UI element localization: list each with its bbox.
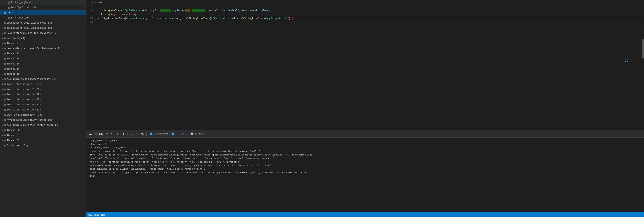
toolbar-down-btn[interactable]: ⬇ (116, 132, 120, 136)
expand-arrow-tcom[interactable]: ▶ (1, 47, 4, 50)
thread-item-tdw[interactable]: ▶DartWorker (53) (0, 143, 86, 148)
thread-icon-t0 (8, 2, 10, 4)
expand-arrow-t52[interactable]: ▶ (1, 139, 4, 142)
expand-arrow-tjs[interactable]: ▶ (1, 32, 4, 35)
thread-label-tflutter3: io.flutter.worker.3 (29) (7, 93, 85, 96)
thread-item-t38[interactable]: ▶38 <redacted> (0, 15, 86, 20)
thread-label-t16: Thread 16 (7, 68, 85, 70)
thread-item-tcom[interactable]: ▶com.apple.uikit.eventfetch-thread (12) (0, 46, 86, 51)
thread-item-t0[interactable]: ▶0 objc_msgSend (0, 0, 86, 5)
console-line-2: -show_type: 0 (88, 142, 642, 146)
line-content-19: _ = UIApplicationMain(CommandLine.argc, … (95, 17, 642, 20)
status-bar-text: 碎土豆金技术社区 (88, 213, 105, 216)
console-prompt[interactable]: (11db) (88, 174, 642, 178)
thread-item-tgpu1[interactable]: ▶gpuools.smt_poll.0x280f340e0 (4) (0, 20, 86, 26)
thread-icon-tflutter4 (4, 99, 6, 101)
thread-item-tflutter2[interactable]: ▶io.flutter.worker.2 (28) (0, 87, 86, 92)
thread-item-tgpu2[interactable]: ▶gpuools.smt_poll.0x280f34260 (5) (0, 26, 86, 31)
line-content-18b: ? .staging : .production) (95, 13, 642, 16)
toolbar-continue-btn[interactable]: ▶▶ (99, 132, 104, 136)
expand-arrow-t50[interactable]: ▶ (1, 129, 4, 132)
expand-arrow-t13[interactable]: ▶ (1, 52, 4, 55)
expand-arrow-tcm[interactable]: ▶ (1, 124, 4, 127)
thread-label-t37: 37 main (7, 12, 85, 14)
thread-item-tflutter6[interactable]: ▶io.flutter.worker.6 (32) (0, 107, 86, 112)
thread-label-tdart: dart:io EventHandler (33) (7, 114, 85, 116)
expand-arrow-tav[interactable]: ▶ (1, 118, 4, 122)
thread-item-tflutter4[interactable]: ▶io.flutter.worker.4 (30) (0, 97, 86, 102)
thread-item-tcm[interactable]: ▶com.apple.CoreMotion.MotionThread (43) (0, 123, 86, 128)
thread-list[interactable]: ▶0 objc_msgSend▶36 UIApplicationMain▶37 … (0, 0, 86, 217)
thread-item-tjs[interactable]: ▶JavaScriptCore bmalloc scavenger (7) (0, 31, 86, 36)
breadcrumb-app-label[interactable]: LingoChamp (154, 132, 168, 135)
thread-label-tns: com.apple.NSURLConnectionLoader (19) (7, 78, 85, 80)
expand-arrow-tns[interactable]: ▶ (1, 78, 4, 81)
toolbar-camera-btn[interactable]: 📷 (140, 132, 145, 136)
editor-scrollbar[interactable] (642, 0, 644, 130)
toolbar-up-btn[interactable]: ⬆ (121, 132, 126, 136)
expand-arrow-tdw[interactable]: ▶ (1, 144, 4, 147)
thread-item-tns[interactable]: ▶com.apple.NSURLConnectionLoader (19) (0, 77, 86, 82)
toolbar-step-forward-btn[interactable]: ↪ (110, 132, 115, 136)
code-line-19: 19 _ = UIApplicationMain(CommandLine.arg… (86, 16, 644, 20)
thread-item-t50[interactable]: ▶Thread 50 (0, 128, 86, 133)
thread-label-tdw: DartWorker (53) (7, 144, 85, 147)
expand-arrow-tgpu2[interactable]: ▶ (1, 26, 4, 30)
thread-item-t52[interactable]: ▶Thread 52 (0, 138, 86, 143)
thread-item-tav[interactable]: ▶AVAudioSession Notify Thread (35) (0, 118, 86, 123)
thread-item-tdart[interactable]: ▶dart:io EventHandler (33) (0, 112, 86, 118)
debug-toolbar: ▬ ⬛ ▶▶ ↩ ↪ ⬇ ⬆ ☰ ◎ 📷 L LingoChamp › ◉ Th… (86, 130, 644, 138)
expand-arrow-tflutter1[interactable]: ▶ (1, 83, 4, 86)
thread-item-t36[interactable]: ▶36 UIApplicationMain (0, 5, 86, 10)
thread-item-tweb[interactable]: ▶WebThread (8) (0, 36, 86, 41)
thread-item-t14[interactable]: ▶Thread 14 (0, 56, 86, 61)
toolbar-step-in-btn[interactable]: ⬛ (94, 132, 98, 136)
thread-icon-tcm (4, 124, 6, 126)
expand-arrow-tflutter4[interactable]: ▶ (1, 98, 4, 101)
thread-icon-tdart (4, 114, 6, 116)
console-line-5: [Info][2020-12-12 18:43:21.063][10759990… (88, 153, 642, 157)
expand-arrow-tflutter2[interactable]: ▶ (1, 88, 4, 91)
toolbar-list-btn[interactable]: ☰ (129, 132, 134, 136)
thread-item-t16[interactable]: ▶Thread 16 (0, 66, 86, 72)
thread-icon-t38 (8, 17, 10, 19)
thread-icon-tflutter6 (4, 109, 6, 111)
thread-item-t9[interactable]: ▶Thread 9 (0, 41, 86, 46)
breadcrumb-frame-label[interactable]: 37 main (194, 132, 204, 135)
breadcrumb-thread-label[interactable]: Thread 1 (176, 132, 187, 135)
expand-arrow-tgpu1[interactable]: ▶ (1, 22, 4, 24)
thread-item-tflutter3[interactable]: ▶io.flutter.worker.3 (29) (0, 92, 86, 97)
thread-item-t13[interactable]: ▶Thread 13 (0, 51, 86, 56)
expand-arrow-t9[interactable]: ▶ (1, 42, 4, 45)
thread-item-t18[interactable]: ▶Thread 18 (0, 72, 86, 77)
right-panel: 16 #endif 17 18 .(delegateClass: AppDele… (86, 0, 644, 217)
toolbar-step-back-btn[interactable]: ↩ (104, 132, 109, 136)
expand-arrow-t14[interactable]: ▶ (1, 57, 4, 60)
expand-arrow-tweb[interactable]: ▶ (1, 37, 4, 40)
thread-item-tflutter1[interactable]: ▶io.flutter.worker.1 (27) (0, 82, 86, 87)
expand-arrow-t51[interactable]: ▶ (1, 134, 4, 137)
thread-label-tcm: com.apple.CoreMotion.MotionThread (43) (7, 124, 85, 126)
expand-arrow-tflutter5[interactable]: ▶ (1, 103, 4, 106)
thread-icon-tjs (4, 32, 6, 34)
expand-arrow-tflutter6[interactable]: ▶ (1, 108, 4, 112)
line-content-18: .(delegateClass: AppDelegate.self, appId… (95, 9, 642, 12)
thread-item-tflutter5[interactable]: ▶io.flutter.worker.5 (31) (0, 102, 86, 107)
expand-arrow-tflutter3[interactable]: ▶ (1, 93, 4, 96)
console-line-8: "2cdc0e00ff1a993b168ad00abf1c0ba75e5f45a… (88, 164, 642, 167)
thread-item-t15[interactable]: ▶Thread 15 (0, 61, 86, 66)
scrollbar-thumb[interactable] (642, 39, 644, 58)
thread-icon-tns (4, 78, 6, 80)
expand-arrow-t18[interactable]: ▶ (1, 72, 4, 76)
expand-arrow-t15[interactable]: ▶ (1, 62, 4, 66)
console-output[interactable]: -page_name: sale_page -show_type: 0 -pur… (86, 138, 644, 212)
expand-arrow-t16[interactable]: ▶ (1, 68, 4, 70)
expand-arrow-t37[interactable]: ▶ (1, 11, 4, 14)
thread-item-t37[interactable]: ▶37 main (0, 10, 86, 15)
toolbar-step-over-btn[interactable]: ▬ (88, 132, 93, 136)
toolbar-circle-btn[interactable]: ◎ (134, 132, 139, 136)
code-line-16: 16 #endif (86, 1, 644, 5)
breadcrumb: L LingoChamp › ◉ Thread 1 › ⚙ 37 main (150, 132, 204, 135)
expand-arrow-tdart[interactable]: ▶ (1, 114, 4, 116)
thread-item-t51[interactable]: ▶Thread 51 (0, 133, 86, 138)
